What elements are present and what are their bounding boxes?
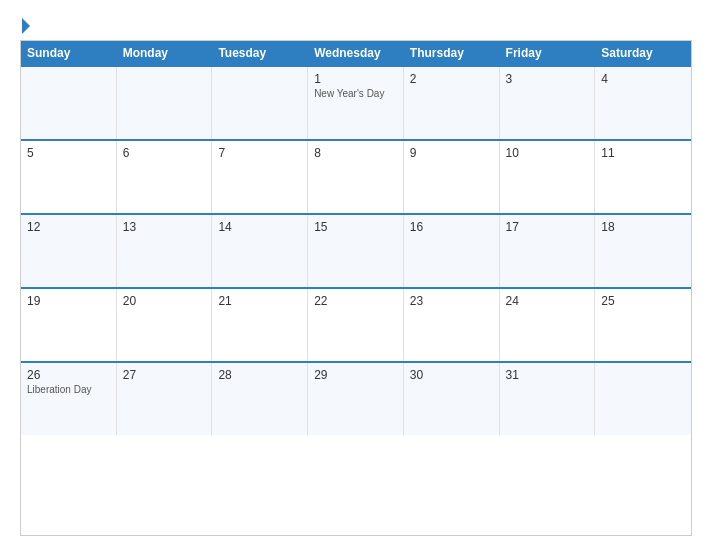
cell-date-number: 10 (506, 146, 589, 160)
calendar-cell: 29 (308, 363, 404, 435)
calendar-cell: 12 (21, 215, 117, 287)
cell-date-number: 18 (601, 220, 685, 234)
calendar-cell: 31 (500, 363, 596, 435)
cell-holiday-label: New Year's Day (314, 88, 397, 99)
cell-date-number: 22 (314, 294, 397, 308)
calendar-cell: 23 (404, 289, 500, 361)
cell-date-number: 30 (410, 368, 493, 382)
calendar-cell: 21 (212, 289, 308, 361)
cell-date-number: 13 (123, 220, 206, 234)
calendar-week: 19202122232425 (21, 287, 691, 361)
calendar-header-cell: Thursday (404, 41, 500, 65)
calendar-cell: 24 (500, 289, 596, 361)
header (20, 18, 692, 34)
calendar-cell: 22 (308, 289, 404, 361)
calendar-cell: 15 (308, 215, 404, 287)
calendar-cell: 14 (212, 215, 308, 287)
calendar-cell: 20 (117, 289, 213, 361)
page: SundayMondayTuesdayWednesdayThursdayFrid… (0, 0, 712, 550)
calendar-cell: 11 (595, 141, 691, 213)
calendar-cell: 1New Year's Day (308, 67, 404, 139)
cell-date-number: 4 (601, 72, 685, 86)
calendar-cell (117, 67, 213, 139)
cell-date-number: 27 (123, 368, 206, 382)
calendar-header-cell: Sunday (21, 41, 117, 65)
calendar-cell: 3 (500, 67, 596, 139)
calendar-cell: 8 (308, 141, 404, 213)
calendar-cell: 17 (500, 215, 596, 287)
calendar-cell: 10 (500, 141, 596, 213)
cell-date-number: 3 (506, 72, 589, 86)
cell-date-number: 21 (218, 294, 301, 308)
calendar-cell: 25 (595, 289, 691, 361)
cell-date-number: 29 (314, 368, 397, 382)
cell-date-number: 20 (123, 294, 206, 308)
cell-date-number: 24 (506, 294, 589, 308)
calendar-cell: 6 (117, 141, 213, 213)
cell-date-number: 15 (314, 220, 397, 234)
calendar-cell: 13 (117, 215, 213, 287)
calendar-cell: 4 (595, 67, 691, 139)
calendar-cell: 27 (117, 363, 213, 435)
calendar-cell (595, 363, 691, 435)
cell-date-number: 19 (27, 294, 110, 308)
cell-date-number: 26 (27, 368, 110, 382)
cell-date-number: 11 (601, 146, 685, 160)
cell-date-number: 2 (410, 72, 493, 86)
calendar-cell: 18 (595, 215, 691, 287)
cell-date-number: 8 (314, 146, 397, 160)
calendar-cell: 19 (21, 289, 117, 361)
calendar-week: 26Liberation Day2728293031 (21, 361, 691, 435)
calendar-cell (212, 67, 308, 139)
calendar: SundayMondayTuesdayWednesdayThursdayFrid… (20, 40, 692, 536)
calendar-week: 12131415161718 (21, 213, 691, 287)
calendar-cell: 2 (404, 67, 500, 139)
calendar-cell: 7 (212, 141, 308, 213)
calendar-cell: 9 (404, 141, 500, 213)
cell-date-number: 23 (410, 294, 493, 308)
cell-date-number: 16 (410, 220, 493, 234)
calendar-header-cell: Tuesday (212, 41, 308, 65)
calendar-cell: 26Liberation Day (21, 363, 117, 435)
calendar-header: SundayMondayTuesdayWednesdayThursdayFrid… (21, 41, 691, 65)
cell-date-number: 31 (506, 368, 589, 382)
calendar-cell (21, 67, 117, 139)
calendar-cell: 16 (404, 215, 500, 287)
cell-date-number: 12 (27, 220, 110, 234)
calendar-cell: 30 (404, 363, 500, 435)
cell-holiday-label: Liberation Day (27, 384, 110, 395)
cell-date-number: 28 (218, 368, 301, 382)
cell-date-number: 1 (314, 72, 397, 86)
cell-date-number: 5 (27, 146, 110, 160)
logo (20, 18, 31, 34)
logo-triangle-icon (22, 18, 30, 34)
calendar-header-cell: Monday (117, 41, 213, 65)
cell-date-number: 25 (601, 294, 685, 308)
calendar-week: 1New Year's Day234 (21, 65, 691, 139)
calendar-cell: 5 (21, 141, 117, 213)
calendar-cell: 28 (212, 363, 308, 435)
cell-date-number: 7 (218, 146, 301, 160)
calendar-header-cell: Wednesday (308, 41, 404, 65)
cell-date-number: 6 (123, 146, 206, 160)
cell-date-number: 9 (410, 146, 493, 160)
calendar-week: 567891011 (21, 139, 691, 213)
cell-date-number: 17 (506, 220, 589, 234)
calendar-header-cell: Saturday (595, 41, 691, 65)
calendar-header-cell: Friday (500, 41, 596, 65)
cell-date-number: 14 (218, 220, 301, 234)
